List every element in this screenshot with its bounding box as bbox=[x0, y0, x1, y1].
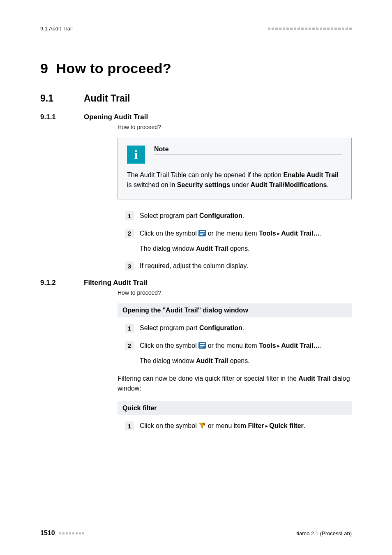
note-title: Note bbox=[154, 146, 342, 155]
subsection-heading: 9.1.2 Filtering Audit Trail bbox=[40, 279, 352, 287]
subsection-title: Opening Audit Trail bbox=[84, 113, 148, 121]
quick-filter-icon bbox=[198, 422, 206, 429]
svg-rect-3 bbox=[200, 234, 203, 235]
subsection-number: 9.1.2 bbox=[40, 279, 68, 287]
section-heading: 9.1 Audit Trail bbox=[40, 93, 352, 104]
sub-heading-strip: Quick filter bbox=[118, 401, 352, 415]
note-body: The Audit Trail Table can only be opened… bbox=[127, 170, 342, 190]
step-body: Select program part Configuration. bbox=[140, 211, 352, 221]
paragraph: Filtering can now be done via quick filt… bbox=[118, 374, 352, 394]
step-number: 2 bbox=[125, 229, 134, 238]
sub-heading-strip: Opening the "Audit Trail" dialog window bbox=[118, 303, 352, 317]
running-header: 9.1 Audit Trail bbox=[40, 25, 352, 32]
chapter-title: 9 How to proceed? bbox=[40, 60, 352, 76]
step-body: If required, adjust the column display. bbox=[140, 261, 352, 271]
step-number: 3 bbox=[125, 261, 134, 271]
audit-trail-toolbar-icon bbox=[198, 230, 206, 236]
info-icon: i bbox=[127, 146, 145, 164]
page-number: 1510 bbox=[40, 530, 55, 537]
step-body: Click on the symbol or the menu item Too… bbox=[140, 341, 352, 366]
subsection-number: 9.1.1 bbox=[40, 113, 68, 121]
svg-rect-7 bbox=[200, 347, 203, 347]
step-body: Click on the symbol or menu item Filter … bbox=[140, 421, 352, 431]
step-number: 2 bbox=[125, 341, 134, 350]
svg-marker-8 bbox=[199, 423, 205, 428]
header-dots bbox=[268, 28, 352, 30]
subsection-title: Filtering Audit Trail bbox=[84, 279, 147, 287]
step-item: 1 Select program part Configuration. bbox=[125, 323, 352, 333]
step-body: Select program part Configuration. bbox=[140, 323, 352, 333]
note-box: i Note The Audit Trail Table can only be… bbox=[118, 138, 352, 199]
step-body: Click on the symbol or the menu item Too… bbox=[140, 229, 352, 254]
audit-trail-toolbar-icon bbox=[198, 342, 206, 349]
step-item: 3 If required, adjust the column display… bbox=[125, 261, 352, 271]
product-name: tiamo 2.1 (ProcessLab) bbox=[297, 530, 352, 536]
step-number: 1 bbox=[125, 324, 134, 333]
step-item: 2 Click on the symbol or the menu item T… bbox=[125, 341, 352, 366]
svg-rect-6 bbox=[200, 345, 205, 346]
section-title: Audit Trail bbox=[84, 93, 130, 104]
svg-rect-2 bbox=[200, 233, 205, 234]
running-header-left: 9.1 Audit Trail bbox=[40, 25, 73, 32]
step-number: 1 bbox=[125, 421, 134, 430]
step-item: 1 Select program part Configuration. bbox=[125, 211, 352, 221]
howto-label: How to proceed? bbox=[118, 289, 352, 296]
chapter-number: 9 bbox=[40, 60, 48, 76]
chapter-name: How to proceed? bbox=[56, 60, 171, 76]
svg-rect-5 bbox=[200, 343, 205, 344]
step-item: 2 Click on the symbol or the menu item T… bbox=[125, 229, 352, 254]
page-footer: 1510 tiamo 2.1 (ProcessLab) bbox=[40, 530, 352, 537]
svg-rect-1 bbox=[200, 231, 205, 232]
section-number: 9.1 bbox=[40, 93, 68, 104]
step-number: 1 bbox=[125, 211, 134, 220]
subsection-heading: 9.1.1 Opening Audit Trail bbox=[40, 113, 352, 121]
step-item: 1 Click on the symbol or menu item Filte… bbox=[125, 421, 352, 431]
howto-label: How to proceed? bbox=[118, 124, 352, 130]
footer-dots bbox=[59, 532, 84, 534]
